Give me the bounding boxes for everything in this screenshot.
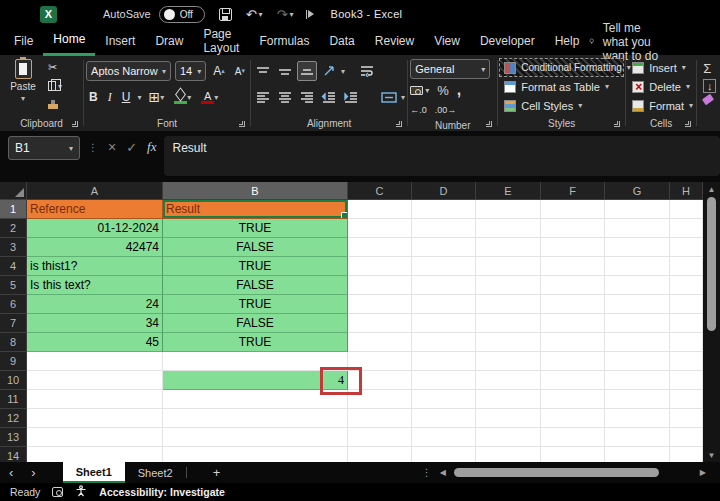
dialog-launcher-icon[interactable]: [614, 121, 620, 127]
italic-button[interactable]: I: [105, 87, 115, 107]
cell-A2[interactable]: 01-12-2024: [27, 219, 163, 238]
cell-A1[interactable]: Reference: [27, 200, 163, 219]
dialog-launcher-icon[interactable]: [239, 121, 245, 127]
cell-H6[interactable]: [670, 295, 703, 314]
cell-C2[interactable]: [348, 219, 412, 238]
fill-color-button[interactable]: ▾: [171, 87, 194, 107]
cell-B3[interactable]: FALSE: [163, 238, 348, 257]
tab-home[interactable]: Home: [43, 27, 95, 56]
cell-B8[interactable]: TRUE: [163, 333, 348, 352]
drag-handle-icon[interactable]: ⋮: [422, 467, 432, 478]
insert-cells-button[interactable]: Insert▾: [628, 59, 694, 76]
cancel-button[interactable]: ×: [108, 139, 116, 155]
cell-D1[interactable]: [412, 200, 476, 219]
cell-F14[interactable]: [541, 447, 605, 462]
cell-H5[interactable]: [670, 276, 703, 295]
cell-C4[interactable]: [348, 257, 412, 276]
macro-record-icon[interactable]: [52, 487, 63, 497]
orientation-button[interactable]: [319, 61, 339, 81]
col-header-G[interactable]: G: [605, 182, 670, 200]
cell-B5[interactable]: FALSE: [163, 276, 348, 295]
cell-H3[interactable]: [670, 238, 703, 257]
cell-F5[interactable]: [541, 276, 605, 295]
row-header-5[interactable]: 5: [0, 276, 27, 295]
cell-E5[interactable]: [476, 276, 541, 295]
cell-D10[interactable]: [412, 371, 476, 390]
cell-E13[interactable]: [476, 428, 541, 447]
cell-G11[interactable]: [605, 390, 670, 409]
cell-C6[interactable]: [348, 295, 412, 314]
horizontal-scroll-thumb[interactable]: [454, 468, 659, 477]
vertical-scroll-thumb[interactable]: [707, 197, 716, 331]
decrease-decimal-button[interactable]: .00→: [435, 105, 457, 115]
cell-D9[interactable]: [412, 352, 476, 371]
row-header-10[interactable]: 10: [0, 371, 27, 390]
vertical-scrollbar[interactable]: ▲ ▼: [703, 182, 720, 462]
cell-D12[interactable]: [412, 409, 476, 428]
drag-handle-icon[interactable]: ⋮: [88, 142, 98, 153]
cell-G3[interactable]: [605, 238, 670, 257]
row-header-12[interactable]: 12: [0, 409, 27, 428]
cell-D5[interactable]: [412, 276, 476, 295]
row-header-6[interactable]: 6: [0, 295, 27, 314]
row-header-1[interactable]: 1: [0, 200, 27, 219]
align-top-button[interactable]: [253, 61, 273, 81]
increase-decimal-button[interactable]: ←.0: [410, 105, 427, 115]
cell-E2[interactable]: [476, 219, 541, 238]
cell-A11[interactable]: [27, 390, 163, 409]
decrease-indent-button[interactable]: [319, 87, 339, 107]
cell-A9[interactable]: [27, 352, 163, 371]
cell-E14[interactable]: [476, 447, 541, 462]
tab-sheet1[interactable]: Sheet1: [63, 462, 125, 483]
cell-G14[interactable]: [605, 447, 670, 462]
cell-H12[interactable]: [670, 409, 703, 428]
tab-view[interactable]: View: [424, 29, 470, 55]
increase-indent-button[interactable]: [341, 87, 361, 107]
cell-E11[interactable]: [476, 390, 541, 409]
cell-D14[interactable]: [412, 447, 476, 462]
col-header-D[interactable]: D: [412, 182, 476, 200]
cell-H14[interactable]: [670, 447, 703, 462]
clear-button[interactable]: [702, 94, 714, 105]
cell-G9[interactable]: [605, 352, 670, 371]
cell-H11[interactable]: [670, 390, 703, 409]
enter-button[interactable]: ✓: [126, 140, 137, 155]
tab-draw[interactable]: Draw: [145, 29, 193, 55]
cell-A6[interactable]: 24: [27, 295, 163, 314]
cell-B7[interactable]: FALSE: [163, 314, 348, 333]
col-header-B[interactable]: B: [163, 182, 348, 200]
font-color-button[interactable]: A▾: [198, 87, 221, 107]
cell-H1[interactable]: [670, 200, 703, 219]
cell-C12[interactable]: [348, 409, 412, 428]
cell-D6[interactable]: [412, 295, 476, 314]
autosave-toggle[interactable]: Off: [159, 6, 205, 23]
select-all-button[interactable]: [0, 182, 27, 200]
bold-button[interactable]: B: [86, 87, 101, 107]
accounting-format-button[interactable]: ▾: [410, 86, 429, 95]
cell-G7[interactable]: [605, 314, 670, 333]
shrink-font-button[interactable]: A▾: [232, 61, 248, 81]
scroll-down-icon[interactable]: ▼: [708, 451, 716, 460]
save-button[interactable]: [219, 8, 232, 21]
cell-C13[interactable]: [348, 428, 412, 447]
cell-H13[interactable]: [670, 428, 703, 447]
cell-G2[interactable]: [605, 219, 670, 238]
copy-button[interactable]: ▾: [48, 80, 62, 93]
col-header-E[interactable]: E: [476, 182, 541, 200]
cell-E6[interactable]: [476, 295, 541, 314]
row-header-8[interactable]: 8: [0, 333, 27, 352]
cut-button[interactable]: ✂: [48, 61, 62, 74]
cell-G13[interactable]: [605, 428, 670, 447]
col-header-C[interactable]: C: [348, 182, 412, 200]
cell-F13[interactable]: [541, 428, 605, 447]
formula-input[interactable]: Result: [164, 136, 720, 176]
cell-B6[interactable]: TRUE: [163, 295, 348, 314]
cell-B9[interactable]: [163, 352, 348, 371]
name-box[interactable]: B1 ▾: [8, 136, 80, 160]
cell-C1[interactable]: [348, 200, 412, 219]
cell-B4[interactable]: TRUE: [163, 257, 348, 276]
borders-button[interactable]: ⊞▾: [145, 87, 167, 107]
cell-A8[interactable]: 45: [27, 333, 163, 352]
cell-F1[interactable]: [541, 200, 605, 219]
tab-file[interactable]: File: [4, 29, 43, 55]
